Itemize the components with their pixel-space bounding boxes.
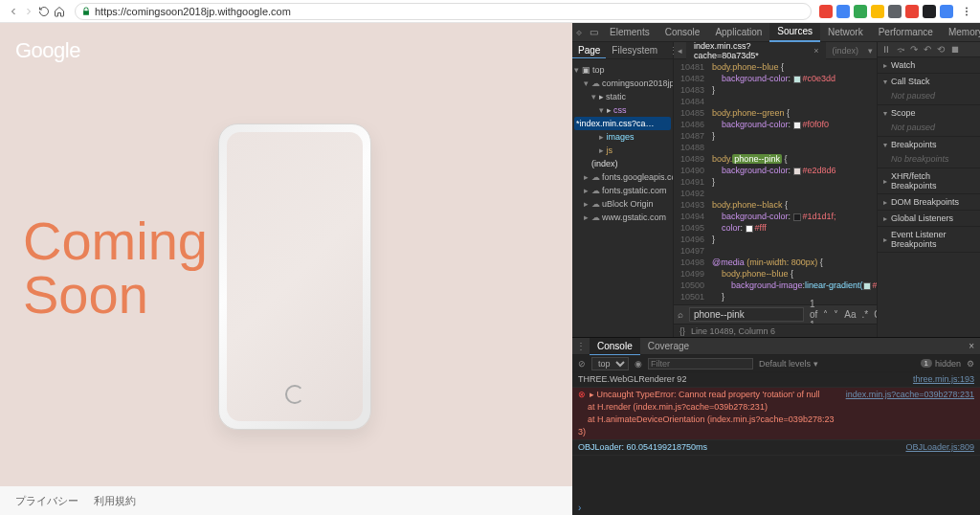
rail-section-global-listeners[interactable]: ▸Global Listeners: [878, 211, 980, 226]
clear-console-icon[interactable]: ⊘: [578, 359, 586, 369]
navigator-tab-filesystem[interactable]: Filesystem: [606, 42, 663, 58]
drawer-menu-icon[interactable]: ⋮: [572, 341, 590, 351]
log-source-link[interactable]: OBJLoader.js:809: [900, 441, 974, 454]
svg-point-0: [966, 7, 968, 9]
debug-control[interactable]: ⤼: [897, 44, 904, 55]
extension-icon[interactable]: [888, 5, 902, 18]
extension-icon[interactable]: [871, 5, 884, 18]
find-input[interactable]: [689, 307, 804, 322]
debugger-sidebar: ⏸⤼↷↶⟲⏹ ▸Watch▾Call StackNot paused▾Scope…: [877, 42, 980, 337]
inspect-toggle[interactable]: ⟐: [572, 23, 586, 42]
back-button[interactable]: [6, 4, 21, 19]
debug-control[interactable]: ↶: [924, 44, 931, 55]
headline: Coming Soon: [23, 214, 208, 322]
extension-icon[interactable]: [905, 5, 919, 18]
log-levels-select[interactable]: Default levels ▾: [759, 359, 818, 369]
page-footer: プライバシー 利用規約: [0, 486, 572, 515]
menu-button[interactable]: [959, 4, 974, 19]
context-select[interactable]: top: [591, 357, 629, 370]
file-tab-prev[interactable]: ◂: [674, 46, 686, 56]
drawer-tab-coverage[interactable]: Coverage: [640, 338, 697, 355]
svg-point-2: [966, 13, 968, 15]
rail-section-watch[interactable]: ▸Watch: [878, 57, 980, 73]
devtools-tab-application[interactable]: Application: [707, 23, 769, 42]
tree-item[interactable]: ▸ ☁ fonts.googleapis.com: [574, 170, 671, 184]
console-prompt[interactable]: ›: [572, 501, 980, 515]
drawer-tab-console[interactable]: Console: [590, 338, 640, 355]
tree-item[interactable]: ▸ ☁ uBlock Origin: [574, 197, 671, 211]
home-button[interactable]: [52, 4, 67, 19]
debug-control[interactable]: ⟲: [937, 44, 945, 55]
file-tab-label: index.min.css?cache=80a73d5*: [694, 41, 810, 60]
console-settings-icon[interactable]: ⚙: [967, 359, 974, 369]
extension-icon[interactable]: [923, 5, 936, 18]
find-next[interactable]: ˅: [834, 309, 838, 320]
file-tab-active[interactable]: index.min.css?cache=80a73d5* ×: [686, 42, 826, 59]
drawer-tabs: ⋮ ConsoleCoverage ×: [572, 338, 980, 355]
find-prev[interactable]: ˄: [823, 309, 828, 320]
rail-body: Not paused: [878, 121, 980, 136]
devtools-tab-console[interactable]: Console: [657, 23, 708, 42]
sources-navigator: PageFilesystem⋮ ▾ ▣ top▾ ☁ comingsoon201…: [572, 42, 674, 337]
debug-control[interactable]: ↷: [910, 44, 918, 55]
console-filter-input[interactable]: [648, 358, 753, 369]
log-source-link[interactable]: index.min.js?cache=039b278:231: [840, 389, 974, 438]
devtools-tab-performance[interactable]: Performance: [871, 23, 941, 42]
console-output[interactable]: THREE.WebGLRenderer 92three.min.js:193⊗▸…: [572, 372, 980, 501]
rail-section-event-listener-breakpoints[interactable]: ▸Event Listener Breakpoints: [878, 227, 980, 252]
close-icon[interactable]: ×: [813, 46, 818, 56]
tree-item[interactable]: ▾ ▸ static: [574, 90, 671, 103]
extension-icon[interactable]: [940, 5, 953, 18]
navigator-tab-page[interactable]: Page: [572, 42, 606, 58]
rail-section-breakpoints[interactable]: ▾Breakpoints: [878, 137, 980, 152]
phone-mockup: [218, 123, 371, 430]
devtools-tab-network[interactable]: Network: [820, 23, 871, 42]
code-view[interactable]: 10481 10482 10483 10484 10485 10486 1048…: [674, 59, 877, 304]
console-drawer: ⋮ ConsoleCoverage × ⊘ top ◉ Default leve…: [572, 337, 980, 515]
tree-item[interactable]: *index.min.css?ca…: [574, 117, 671, 130]
g-logo-icon: [285, 385, 304, 404]
rail-section-xhr-fetch-breakpoints[interactable]: ▸XHR/fetch Breakpoints: [878, 168, 980, 193]
tree-item[interactable]: ▸ ☁ fonts.gstatic.com: [574, 184, 671, 197]
extension-icon[interactable]: [836, 5, 850, 18]
footer-privacy-link[interactable]: プライバシー: [15, 494, 78, 508]
find-regex[interactable]: .*: [862, 309, 869, 320]
svg-point-1: [966, 11, 968, 12]
tree-item[interactable]: ▾ ▣ top: [574, 63, 671, 77]
device-toggle[interactable]: ▭: [586, 23, 602, 42]
google-logo: Google: [15, 38, 80, 63]
file-tab-more[interactable]: ▾: [864, 46, 877, 56]
tree-item[interactable]: ▸ js: [574, 144, 671, 157]
extension-icon[interactable]: [819, 5, 833, 18]
tree-item[interactable]: ▾ ☁ comingsoon2018jp.with…: [574, 77, 671, 90]
tree-item[interactable]: (index): [574, 157, 671, 170]
footer-terms-link[interactable]: 利用規約: [94, 494, 136, 508]
braces-icon[interactable]: {}: [679, 326, 685, 336]
live-expression-icon[interactable]: ◉: [635, 359, 642, 369]
debugger-controls: ⏸⤼↷↶⟲⏹: [878, 42, 980, 57]
rail-section-dom-breakpoints[interactable]: ▸DOM Breakpoints: [878, 194, 980, 210]
drawer-close-icon[interactable]: ×: [963, 341, 980, 351]
rail-section-call-stack[interactable]: ▾Call Stack: [878, 74, 980, 89]
reload-button[interactable]: [36, 4, 52, 19]
devtools-panel: ⟐ ▭ ElementsConsoleApplicationSourcesNet…: [572, 23, 980, 515]
devtools-tab-memory[interactable]: Memory: [941, 23, 980, 42]
extension-icon[interactable]: [854, 5, 867, 18]
hidden-messages[interactable]: 1 hidden: [921, 359, 961, 369]
console-log-line[interactable]: ⊗▸ Uncaught TypeError: Cannot read prope…: [572, 388, 980, 440]
tree-item[interactable]: ▸ images: [574, 130, 671, 144]
log-source-link[interactable]: three.min.js:193: [907, 373, 974, 386]
find-case[interactable]: Aa: [844, 309, 856, 320]
devtools-tab-sources[interactable]: Sources: [769, 23, 820, 42]
console-log-line[interactable]: THREE.WebGLRenderer 92three.min.js:193: [572, 372, 980, 388]
debug-control[interactable]: ⏹: [950, 44, 960, 55]
url-bar[interactable]: https://comingsoon2018jp.withgoogle.com: [75, 3, 812, 20]
rail-section-scope[interactable]: ▾Scope: [878, 105, 980, 121]
tree-item[interactable]: ▸ ☁ www.gstatic.com: [574, 211, 671, 224]
rail-body: No breakpoints: [878, 152, 980, 168]
debug-control[interactable]: ⏸: [881, 44, 891, 55]
forward-button[interactable]: [21, 4, 36, 19]
devtools-tab-elements[interactable]: Elements: [602, 23, 657, 42]
console-log-line[interactable]: OBJLoader: 60.054199218750msOBJLoader.js…: [572, 440, 980, 456]
tree-item[interactable]: ▾ ▸ css: [574, 103, 671, 117]
